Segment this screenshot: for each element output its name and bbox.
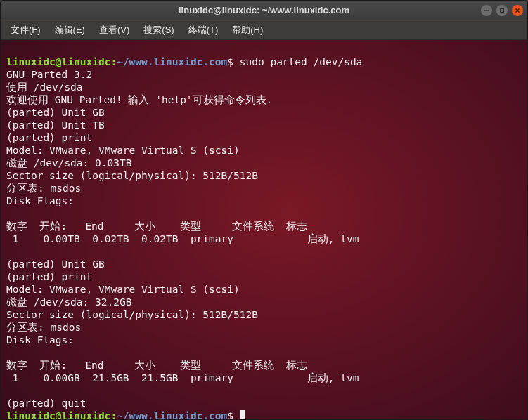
terminal-line: Model: VMware, VMware Virtual S (scsi) bbox=[6, 145, 240, 156]
terminal-line: linuxidc@linuxidc:~/www.linuxidc.com$ su… bbox=[6, 56, 362, 67]
prompt-colon: : bbox=[110, 56, 117, 67]
terminal-line: 磁盘 /dev/sda: 0.03TB bbox=[6, 157, 131, 169]
prompt-path: ~/www.linuxidc.com bbox=[117, 56, 227, 67]
terminal-line: (parted) Unit GB bbox=[6, 258, 105, 270]
close-icon[interactable] bbox=[512, 5, 523, 16]
terminal-line: Model: VMware, VMware Virtual S (scsi) bbox=[6, 284, 240, 295]
terminal-line: Sector size (logical/physical): 512B/512… bbox=[6, 309, 258, 320]
svg-rect-1 bbox=[501, 8, 504, 12]
menu-file[interactable]: 文件(F) bbox=[4, 21, 48, 39]
menu-edit[interactable]: 编辑(E) bbox=[48, 21, 92, 39]
terminal-line: 分区表: msdos bbox=[6, 183, 81, 194]
terminal-line: linuxidc@linuxidc:~/www.linuxidc.com$ bbox=[6, 410, 245, 419]
prompt-dollar: $ bbox=[227, 410, 239, 419]
prompt-userhost: linuxidc@linuxidc bbox=[6, 410, 110, 419]
window-title: linuxidc@linuxidc: ~/www.linuxidc.com bbox=[179, 5, 349, 15]
terminal-line: Disk Flags: bbox=[6, 195, 74, 206]
terminal-line: 1 0.00GB 21.5GB 21.5GB primary 启动, lvm bbox=[6, 372, 359, 383]
prompt-path: ~/www.linuxidc.com bbox=[117, 410, 227, 419]
prompt-dollar: $ bbox=[227, 56, 239, 67]
terminal-line: GNU Parted 3.2 bbox=[6, 69, 92, 80]
terminal-line: 欢迎使用 GNU Parted! 输入 'help'可获得命令列表. bbox=[6, 94, 272, 105]
titlebar: linuxidc@linuxidc: ~/www.linuxidc.com bbox=[1, 1, 527, 20]
window-controls bbox=[481, 5, 523, 16]
terminal-line: 磁盘 /dev/sda: 32.2GB bbox=[6, 296, 131, 308]
terminal-line: 分区表: msdos bbox=[6, 322, 81, 333]
terminal-window: linuxidc@linuxidc: ~/www.linuxidc.com 文件… bbox=[0, 0, 528, 420]
minimize-icon[interactable] bbox=[481, 5, 492, 16]
terminal-line: 数字 开始: End 大小 类型 文件系统 标志 bbox=[6, 221, 307, 232]
terminal-line: Disk Flags: bbox=[6, 334, 74, 346]
cursor-icon bbox=[240, 410, 245, 419]
terminal-line: Sector size (logical/physical): 512B/512… bbox=[6, 170, 258, 181]
menu-terminal[interactable]: 终端(T) bbox=[181, 21, 226, 39]
maximize-icon[interactable] bbox=[496, 5, 508, 16]
terminal-line: (parted) Unit GB bbox=[6, 107, 105, 118]
prompt-userhost: linuxidc@linuxidc bbox=[6, 56, 110, 67]
terminal-line: (parted) print bbox=[6, 271, 92, 282]
command: sudo parted /dev/sda bbox=[240, 56, 363, 67]
terminal-body[interactable]: linuxidc@linuxidc:~/www.linuxidc.com$ su… bbox=[1, 40, 527, 419]
terminal-line: 1 0.00TB 0.02TB 0.02TB primary 启动, lvm bbox=[6, 233, 359, 244]
terminal-line: 使用 /dev/sda bbox=[6, 81, 83, 93]
terminal-line: (parted) Unit TB bbox=[6, 119, 105, 131]
terminal-line: 数字 开始: End 大小 类型 文件系统 标志 bbox=[6, 360, 307, 371]
terminal-line: (parted) print bbox=[6, 132, 92, 143]
menu-help[interactable]: 帮助(H) bbox=[225, 21, 270, 39]
menu-search[interactable]: 搜索(S) bbox=[136, 21, 181, 39]
prompt-colon: : bbox=[110, 410, 117, 419]
menu-view[interactable]: 查看(V) bbox=[92, 21, 136, 39]
terminal-line: (parted) quit bbox=[6, 398, 86, 409]
menubar: 文件(F) 编辑(E) 查看(V) 搜索(S) 终端(T) 帮助(H) bbox=[1, 20, 527, 40]
